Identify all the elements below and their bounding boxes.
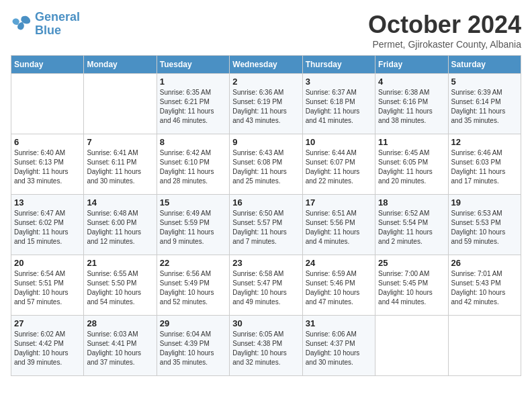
day-number: 30: [232, 318, 299, 328]
calendar-week-3: 13Sunrise: 6:47 AM Sunset: 6:02 PM Dayli…: [11, 195, 521, 255]
day-number: 22: [160, 258, 226, 268]
location-subtitle: Permet, Gjirokaster County, Albania: [368, 39, 521, 50]
day-info: Sunrise: 6:53 AM Sunset: 5:53 PM Dayligh…: [451, 209, 518, 246]
calendar-week-2: 6Sunrise: 6:40 AM Sunset: 6:13 PM Daylig…: [11, 134, 521, 195]
day-number: 28: [87, 318, 153, 328]
calendar-cell: 27Sunrise: 6:02 AM Sunset: 4:42 PM Dayli…: [11, 316, 84, 376]
column-header-monday: Monday: [84, 56, 157, 74]
day-info: Sunrise: 6:39 AM Sunset: 6:14 PM Dayligh…: [451, 88, 518, 126]
day-number: 6: [14, 137, 81, 147]
day-info: Sunrise: 6:43 AM Sunset: 6:08 PM Dayligh…: [232, 148, 299, 186]
day-info: Sunrise: 6:35 AM Sunset: 6:21 PM Dayligh…: [160, 88, 226, 126]
day-number: 2: [232, 77, 299, 87]
day-number: 19: [451, 197, 518, 208]
column-header-sunday: Sunday: [11, 56, 84, 74]
day-number: 7: [87, 137, 153, 147]
day-info: Sunrise: 6:51 AM Sunset: 5:56 PM Dayligh…: [306, 209, 372, 246]
day-number: 18: [378, 197, 445, 208]
day-info: Sunrise: 6:38 AM Sunset: 6:16 PM Dayligh…: [378, 88, 445, 126]
day-info: Sunrise: 6:40 AM Sunset: 6:13 PM Dayligh…: [14, 148, 81, 186]
calendar-week-4: 20Sunrise: 6:54 AM Sunset: 5:51 PM Dayli…: [11, 255, 521, 316]
calendar-week-5: 27Sunrise: 6:02 AM Sunset: 4:42 PM Dayli…: [11, 316, 521, 376]
column-header-thursday: Thursday: [302, 56, 375, 74]
calendar-cell: 22Sunrise: 6:56 AM Sunset: 5:49 PM Dayli…: [157, 255, 229, 316]
calendar-cell: 9Sunrise: 6:43 AM Sunset: 6:08 PM Daylig…: [230, 134, 302, 195]
logo-text: General Blue: [35, 11, 80, 38]
calendar-cell: 3Sunrise: 6:37 AM Sunset: 6:18 PM Daylig…: [302, 74, 375, 134]
calendar-cell: 7Sunrise: 6:41 AM Sunset: 6:11 PM Daylig…: [84, 134, 157, 195]
column-header-saturday: Saturday: [448, 56, 521, 74]
calendar-cell: 10Sunrise: 6:44 AM Sunset: 6:07 PM Dayli…: [302, 134, 375, 195]
calendar-header-row: SundayMondayTuesdayWednesdayThursdayFrid…: [11, 56, 521, 74]
day-info: Sunrise: 6:06 AM Sunset: 4:37 PM Dayligh…: [306, 330, 372, 367]
day-info: Sunrise: 6:03 AM Sunset: 4:41 PM Dayligh…: [87, 330, 153, 367]
calendar-cell: 26Sunrise: 7:01 AM Sunset: 5:43 PM Dayli…: [448, 255, 521, 316]
day-number: 24: [306, 258, 372, 268]
calendar-cell: 12Sunrise: 6:46 AM Sunset: 6:03 PM Dayli…: [448, 134, 521, 195]
calendar-cell: 24Sunrise: 6:59 AM Sunset: 5:46 PM Dayli…: [302, 255, 375, 316]
day-info: Sunrise: 6:56 AM Sunset: 5:49 PM Dayligh…: [160, 269, 226, 307]
calendar-cell: [375, 316, 448, 376]
day-info: Sunrise: 6:54 AM Sunset: 5:51 PM Dayligh…: [14, 269, 81, 307]
calendar-cell: 20Sunrise: 6:54 AM Sunset: 5:51 PM Dayli…: [11, 255, 84, 316]
calendar-cell: 31Sunrise: 6:06 AM Sunset: 4:37 PM Dayli…: [302, 316, 375, 376]
day-number: 15: [160, 197, 226, 208]
month-title: October 2024: [368, 11, 521, 39]
calendar-cell: 8Sunrise: 6:42 AM Sunset: 6:10 PM Daylig…: [157, 134, 229, 195]
day-info: Sunrise: 6:48 AM Sunset: 6:00 PM Dayligh…: [87, 209, 153, 246]
day-info: Sunrise: 6:46 AM Sunset: 6:03 PM Dayligh…: [451, 148, 518, 186]
page-header: General Blue October 2024 Permet, Gjirok…: [11, 11, 521, 50]
day-number: 5: [451, 77, 518, 87]
calendar-cell: 29Sunrise: 6:04 AM Sunset: 4:39 PM Dayli…: [157, 316, 229, 376]
calendar-cell: [84, 74, 157, 134]
calendar-cell: 23Sunrise: 6:58 AM Sunset: 5:47 PM Dayli…: [230, 255, 302, 316]
day-number: 25: [378, 258, 445, 268]
day-info: Sunrise: 6:58 AM Sunset: 5:47 PM Dayligh…: [232, 269, 299, 307]
day-info: Sunrise: 7:01 AM Sunset: 5:43 PM Dayligh…: [451, 269, 518, 307]
calendar-cell: [11, 74, 84, 134]
day-info: Sunrise: 6:05 AM Sunset: 4:38 PM Dayligh…: [232, 330, 299, 367]
calendar-cell: [448, 316, 521, 376]
day-info: Sunrise: 6:42 AM Sunset: 6:10 PM Dayligh…: [160, 148, 226, 186]
day-number: 14: [87, 197, 153, 208]
day-info: Sunrise: 6:47 AM Sunset: 6:02 PM Dayligh…: [14, 209, 81, 246]
day-info: Sunrise: 6:59 AM Sunset: 5:46 PM Dayligh…: [306, 269, 372, 307]
calendar-cell: 17Sunrise: 6:51 AM Sunset: 5:56 PM Dayli…: [302, 195, 375, 255]
day-number: 13: [14, 197, 81, 208]
calendar-cell: 19Sunrise: 6:53 AM Sunset: 5:53 PM Dayli…: [448, 195, 521, 255]
day-number: 12: [451, 137, 518, 147]
calendar-cell: 6Sunrise: 6:40 AM Sunset: 6:13 PM Daylig…: [11, 134, 84, 195]
day-info: Sunrise: 6:45 AM Sunset: 6:05 PM Dayligh…: [378, 148, 445, 186]
day-info: Sunrise: 6:36 AM Sunset: 6:19 PM Dayligh…: [232, 88, 299, 126]
day-info: Sunrise: 6:49 AM Sunset: 5:59 PM Dayligh…: [160, 209, 226, 246]
calendar-table: SundayMondayTuesdayWednesdayThursdayFrid…: [11, 55, 521, 376]
day-number: 21: [87, 258, 153, 268]
day-info: Sunrise: 6:50 AM Sunset: 5:57 PM Dayligh…: [232, 209, 299, 246]
day-number: 10: [306, 137, 372, 147]
calendar-cell: 14Sunrise: 6:48 AM Sunset: 6:00 PM Dayli…: [84, 195, 157, 255]
calendar-cell: 5Sunrise: 6:39 AM Sunset: 6:14 PM Daylig…: [448, 74, 521, 134]
calendar-cell: 16Sunrise: 6:50 AM Sunset: 5:57 PM Dayli…: [230, 195, 302, 255]
calendar-cell: 30Sunrise: 6:05 AM Sunset: 4:38 PM Dayli…: [230, 316, 302, 376]
day-number: 31: [306, 318, 372, 328]
day-info: Sunrise: 6:52 AM Sunset: 5:54 PM Dayligh…: [378, 209, 445, 246]
day-number: 3: [306, 77, 372, 87]
day-info: Sunrise: 6:55 AM Sunset: 5:50 PM Dayligh…: [87, 269, 153, 307]
day-info: Sunrise: 6:02 AM Sunset: 4:42 PM Dayligh…: [14, 330, 81, 367]
day-info: Sunrise: 7:00 AM Sunset: 5:45 PM Dayligh…: [378, 269, 445, 307]
calendar-cell: 25Sunrise: 7:00 AM Sunset: 5:45 PM Dayli…: [375, 255, 448, 316]
day-info: Sunrise: 6:04 AM Sunset: 4:39 PM Dayligh…: [160, 330, 226, 367]
calendar-cell: 15Sunrise: 6:49 AM Sunset: 5:59 PM Dayli…: [157, 195, 229, 255]
day-number: 26: [451, 258, 518, 268]
column-header-wednesday: Wednesday: [230, 56, 302, 74]
day-number: 4: [378, 77, 445, 87]
calendar-cell: 11Sunrise: 6:45 AM Sunset: 6:05 PM Dayli…: [375, 134, 448, 195]
day-number: 9: [232, 137, 299, 147]
column-header-friday: Friday: [375, 56, 448, 74]
calendar-cell: 21Sunrise: 6:55 AM Sunset: 5:50 PM Dayli…: [84, 255, 157, 316]
calendar-cell: 4Sunrise: 6:38 AM Sunset: 6:16 PM Daylig…: [375, 74, 448, 134]
calendar-week-1: 1Sunrise: 6:35 AM Sunset: 6:21 PM Daylig…: [11, 74, 521, 134]
day-number: 1: [160, 77, 226, 87]
day-number: 11: [378, 137, 445, 147]
title-block: October 2024 Permet, Gjirokaster County,…: [368, 11, 521, 50]
